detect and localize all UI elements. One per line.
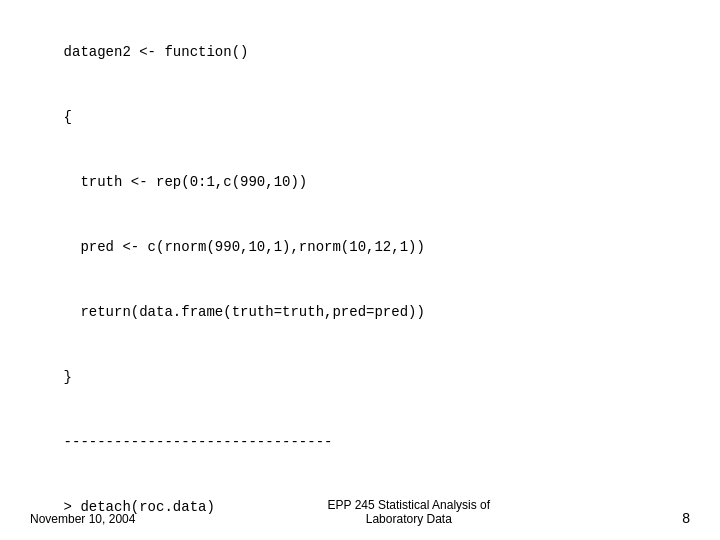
- code-line-6: }: [64, 369, 72, 385]
- footer: November 10, 2004 EPP 245 Statistical An…: [0, 498, 720, 526]
- footer-title: EPP 245 Statistical Analysis of Laborato…: [135, 498, 682, 526]
- footer-title-line2: Laboratory Data: [366, 512, 452, 526]
- slide-content: datagen2 <- function() { truth <- rep(0:…: [0, 0, 720, 540]
- footer-date: November 10, 2004: [30, 512, 135, 526]
- footer-title-line1: EPP 245 Statistical Analysis of: [328, 498, 491, 512]
- code-line-5: return(data.frame(truth=truth,pred=pred)…: [64, 304, 425, 320]
- code-line-2: {: [64, 109, 72, 125]
- code-separator: --------------------------------: [64, 434, 333, 450]
- code-line-4: pred <- c(rnorm(990,10,1),rnorm(10,12,1)…: [64, 239, 425, 255]
- footer-page-number: 8: [682, 510, 690, 526]
- code-line-3: truth <- rep(0:1,c(990,10)): [64, 174, 308, 190]
- code-line-1: datagen2 <- function(): [64, 44, 249, 60]
- code-block: datagen2 <- function() { truth <- rep(0:…: [30, 20, 690, 540]
